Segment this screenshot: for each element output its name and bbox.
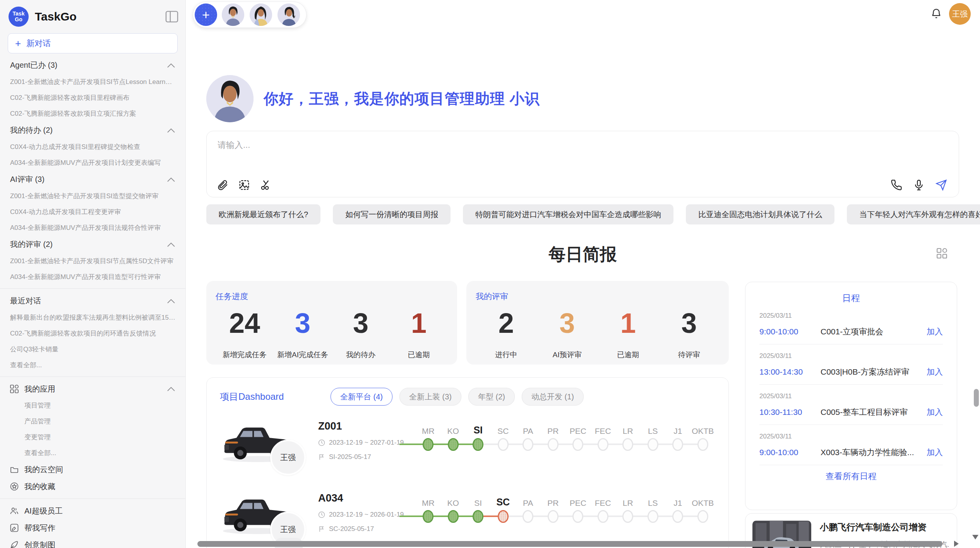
new-chat-label: 新对话 — [26, 38, 51, 49]
sidebar-item-ai-employee[interactable]: AI超级员工 — [0, 502, 185, 519]
user-avatar[interactable]: 王强 — [949, 3, 971, 25]
add-assistant-button[interactable]: + — [195, 3, 217, 26]
project-dashboard-card: 项目Dashboard 全新平台 (4) 全新上装 (3) 年型 (2) 动总开… — [206, 377, 729, 548]
section-title: Agent已办 (3) — [10, 60, 57, 70]
project-dates: 2023-12-19 ~ 2026-01-19 — [318, 511, 416, 519]
join-link[interactable]: 加入 — [927, 366, 943, 377]
milestone-dot — [697, 438, 708, 451]
new-chat-button[interactable]: + 新对话 — [8, 33, 178, 53]
vertical-scrollbar-thumb[interactable] — [974, 389, 979, 407]
sidebar-item-my-apps[interactable]: 我的应用 — [0, 380, 185, 397]
sidebar-task-item[interactable]: Z001-全新燃油轻卡产品开发项目SI节点属性5D文件评审 — [0, 253, 185, 269]
sidebar-item-help-write[interactable]: 帮我写作 — [0, 519, 185, 536]
recent-chat-item[interactable]: 解释最新出台的欧盟报废车法规再生塑料比例被调至15%... — [0, 310, 185, 325]
member-avatar[interactable] — [221, 3, 245, 27]
milestone-label: OKTB — [690, 420, 716, 436]
member-avatar[interactable] — [249, 3, 273, 27]
stat-ai-prereview: 3 AI预评审 — [537, 309, 598, 360]
flag-icon — [318, 526, 325, 533]
paperclip-icon[interactable] — [217, 179, 228, 191]
milestone-PR: PR — [541, 492, 566, 523]
horizontal-scrollbar-thumb[interactable] — [197, 541, 942, 547]
chevron-up-icon[interactable] — [167, 298, 175, 304]
section-header-ai-review[interactable]: AI评审 (3) — [0, 171, 185, 188]
join-link[interactable]: 加入 — [927, 326, 943, 337]
card-title: 我的评审 — [476, 291, 720, 302]
join-link[interactable]: 加入 — [927, 447, 943, 458]
tab-year-model[interactable]: 年型 (2) — [468, 388, 515, 406]
stat-value: 3 — [537, 309, 598, 338]
stat-review-overdue: 1 已逾期 — [598, 309, 659, 360]
pen-icon — [10, 541, 19, 548]
sidebar-item-favorites[interactable]: 我的收藏 — [0, 478, 185, 495]
milestone-label: SC — [491, 420, 516, 436]
sidebar-item-cloud-space[interactable]: 我的云空间 — [0, 461, 185, 478]
cloud-space-label: 我的云空间 — [24, 464, 63, 475]
app-item-change-mgmt[interactable]: 变更管理 — [0, 429, 185, 445]
clock-icon — [318, 511, 325, 518]
join-link[interactable]: 加入 — [927, 407, 943, 418]
sidebar-task-item[interactable]: C02-飞腾新能源轻客改款项目里程碑画布 — [0, 90, 185, 106]
sidebar-task-item[interactable]: A034-全新新能源MUV产品开发项目造型可行性评审 — [0, 269, 185, 285]
stat-value: 3 — [659, 309, 720, 338]
section-header-recent[interactable]: 最近对话 — [0, 292, 185, 310]
scroll-down-arrow[interactable] — [972, 535, 978, 539]
sidebar-task-item[interactable]: Z001-全新燃油轻卡产品开发项目SI造型提交物评审 — [0, 188, 185, 204]
view-all-schedule-link[interactable]: 查看所有日程 — [759, 471, 943, 482]
notification-bell-icon[interactable] — [930, 8, 942, 19]
app-item-project-mgmt[interactable]: 项目管理 — [0, 397, 185, 413]
member-avatar[interactable] — [277, 3, 301, 27]
milestone-LR: LR — [615, 420, 641, 451]
app-logo: Task Go — [9, 7, 29, 27]
suggestion-chip[interactable]: 当下年轻人对汽车外观有怎样的喜好趋势 — [847, 204, 980, 224]
image-icon[interactable] — [238, 179, 250, 191]
stat-new-done: 24 新增完成任务 — [216, 309, 274, 360]
phone-icon[interactable] — [891, 179, 902, 191]
scissors-icon[interactable] — [260, 179, 272, 191]
chevron-up-icon[interactable] — [167, 177, 175, 182]
apps-view-all[interactable]: 查看全部... — [0, 445, 185, 461]
section-title: 我的评审 (2) — [10, 239, 53, 250]
section-header-my-todo[interactable]: 我的待办 (2) — [0, 122, 185, 139]
tab-powertrain[interactable]: 动总开发 (1) — [522, 388, 584, 406]
milestone-label: KO — [441, 420, 466, 436]
chat-input[interactable] — [217, 140, 683, 151]
mic-icon[interactable] — [913, 179, 925, 191]
chevron-up-icon[interactable] — [167, 63, 175, 68]
send-icon[interactable] — [935, 179, 947, 191]
sidebar-task-item[interactable]: A034-全新新能源MUV产品开发项目计划变更表编写 — [0, 155, 185, 171]
suggestion-chip[interactable]: 比亚迪全固态电池计划具体说了什么 — [686, 204, 834, 224]
stat-value: 24 — [216, 309, 274, 338]
recent-chat-item[interactable]: 公司Q3轻卡销量 — [0, 341, 185, 357]
tab-new-platform[interactable]: 全新平台 (4) — [331, 388, 392, 406]
milestone-label: KO — [441, 492, 466, 508]
stat-new-ai-done: 3 新增AI完成任务 — [274, 309, 332, 360]
sidebar-task-item[interactable]: C0X4-动力总成开发项目工程变更评审 — [0, 204, 185, 220]
milestone-MR: MR — [416, 492, 441, 523]
project-row[interactable]: 王强 Z001 2023-12-19 ~ 2027-01-19 SI-2025-… — [207, 420, 728, 478]
chevron-up-icon[interactable] — [167, 386, 175, 392]
milestone-dot — [523, 438, 533, 451]
suggestion-chip[interactable]: 如何写一份清晰的项目周报 — [333, 204, 451, 224]
schedule-item: 2025/03/11 9:00-10:00 X003-车辆动力学性能验... 加… — [759, 425, 943, 465]
sidebar-task-item[interactable]: C0X4-动力总成开发项目SI里程碑提交物检查 — [0, 139, 185, 155]
suggestion-chip[interactable]: 特朗普可能对进口汽车增税会对中国车企造成哪些影响 — [463, 204, 673, 224]
section-header-agent-done[interactable]: Agent已办 (3) — [0, 57, 185, 74]
milestone-OKTB: OKTB — [690, 492, 716, 523]
recent-view-all[interactable]: 查看全部... — [0, 357, 185, 373]
sidebar-task-item[interactable]: Z001-全新燃油皮卡产品开发项目SI节点Lesson Learn报告 — [0, 74, 185, 90]
chevron-up-icon[interactable] — [167, 128, 175, 133]
chevron-up-icon[interactable] — [167, 242, 175, 247]
suggestion-chip[interactable]: 欧洲新规最近颁布了什么? — [206, 204, 320, 224]
sidebar-item-creative-draw[interactable]: 创意制图 — [0, 536, 185, 548]
tab-new-body[interactable]: 全新上装 (3) — [399, 388, 461, 406]
scroll-right-arrow[interactable] — [954, 541, 959, 547]
milestone-OKTB: OKTB — [690, 420, 716, 451]
app-item-product-mgmt[interactable]: 产品管理 — [0, 413, 185, 429]
layout-grid-icon[interactable] — [937, 248, 947, 259]
section-header-my-review[interactable]: 我的评审 (2) — [0, 236, 185, 253]
sidebar-task-item[interactable]: A034-全新新能源MUV产品开发项目法规符合性评审 — [0, 220, 185, 236]
sidebar-collapse-icon[interactable] — [165, 11, 178, 22]
sidebar-task-item[interactable]: C02-飞腾新能源轻客改款项目立项汇报方案 — [0, 106, 185, 122]
recent-chat-item[interactable]: C02-飞腾新能源轻客改款项目的闭环通告反馈情况 — [0, 325, 185, 341]
